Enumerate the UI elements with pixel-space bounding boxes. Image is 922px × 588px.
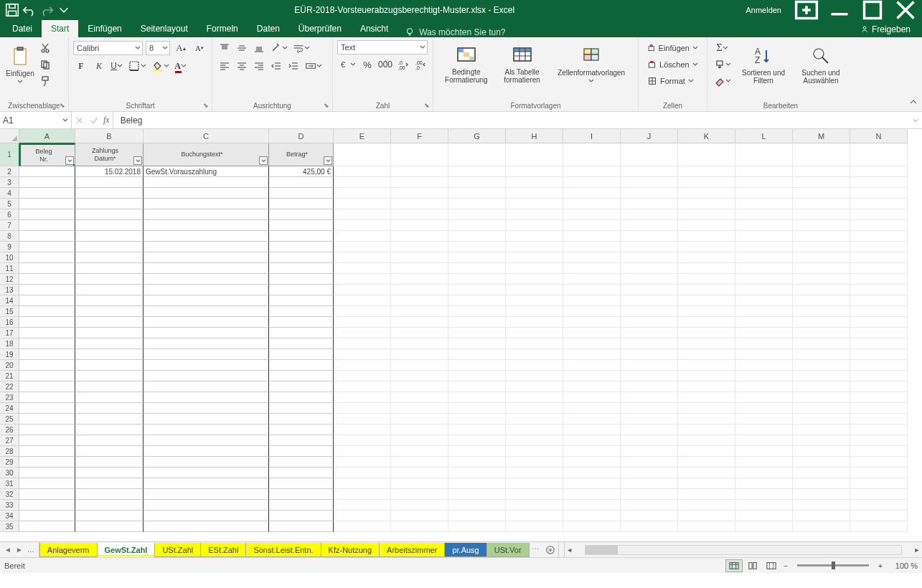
cell[interactable] bbox=[334, 274, 391, 285]
close-icon[interactable] bbox=[889, 0, 922, 20]
cell[interactable] bbox=[269, 435, 334, 446]
cell[interactable] bbox=[563, 511, 621, 521]
cell[interactable] bbox=[448, 521, 506, 532]
cell[interactable] bbox=[448, 446, 506, 457]
cell[interactable] bbox=[144, 457, 269, 468]
sheet-nav-more-icon[interactable]: … bbox=[26, 546, 36, 554]
cell[interactable] bbox=[391, 500, 448, 511]
cell[interactable] bbox=[850, 478, 908, 489]
align-right-button[interactable] bbox=[251, 58, 267, 74]
cell[interactable] bbox=[793, 295, 850, 306]
format-as-table-button[interactable]: Als Tabelle formatieren bbox=[497, 40, 548, 87]
cell[interactable] bbox=[506, 209, 563, 220]
cell[interactable] bbox=[269, 414, 334, 425]
cell[interactable] bbox=[448, 349, 506, 360]
ribbon-display-icon[interactable] bbox=[790, 0, 823, 20]
enter-icon[interactable] bbox=[89, 115, 99, 125]
row-header[interactable]: 11 bbox=[0, 263, 19, 274]
cell[interactable] bbox=[144, 349, 269, 360]
cell[interactable] bbox=[334, 143, 391, 166]
column-header[interactable]: B bbox=[75, 129, 144, 143]
cell[interactable] bbox=[793, 274, 850, 285]
cell[interactable] bbox=[621, 349, 678, 360]
number-format-combo[interactable]: Text bbox=[337, 40, 428, 54]
cell[interactable] bbox=[75, 446, 144, 457]
cell[interactable] bbox=[506, 457, 563, 468]
cell[interactable] bbox=[621, 285, 678, 295]
row-header[interactable]: 16 bbox=[0, 317, 19, 328]
cell[interactable] bbox=[391, 414, 448, 425]
cell[interactable] bbox=[391, 489, 448, 500]
cell[interactable] bbox=[563, 306, 621, 317]
cell[interactable] bbox=[793, 371, 850, 381]
cell[interactable] bbox=[448, 414, 506, 425]
italic-button[interactable]: K bbox=[91, 58, 107, 74]
cell[interactable] bbox=[334, 435, 391, 446]
cell[interactable] bbox=[621, 457, 678, 468]
cell[interactable] bbox=[850, 177, 908, 188]
cell[interactable] bbox=[850, 252, 908, 263]
cell[interactable] bbox=[269, 338, 334, 349]
tab-seitenlayout[interactable]: Seitenlayout bbox=[131, 20, 197, 37]
column-header[interactable]: I bbox=[563, 129, 621, 143]
maximize-icon[interactable] bbox=[856, 0, 889, 20]
cell[interactable] bbox=[678, 220, 735, 231]
cell[interactable] bbox=[334, 285, 391, 295]
cell[interactable] bbox=[19, 478, 75, 489]
cell[interactable] bbox=[75, 468, 144, 478]
cell[interactable] bbox=[678, 143, 735, 166]
cell[interactable] bbox=[334, 349, 391, 360]
cell[interactable] bbox=[735, 478, 793, 489]
cell[interactable] bbox=[144, 252, 269, 263]
new-sheet-button[interactable] bbox=[542, 542, 558, 557]
cell[interactable] bbox=[850, 468, 908, 478]
filter-icon[interactable] bbox=[133, 156, 142, 165]
cell[interactable] bbox=[19, 209, 75, 220]
cell[interactable] bbox=[850, 295, 908, 306]
cell[interactable] bbox=[506, 349, 563, 360]
row-header[interactable]: 12 bbox=[0, 274, 19, 285]
cell[interactable] bbox=[506, 220, 563, 231]
cell[interactable] bbox=[621, 446, 678, 457]
cell[interactable] bbox=[678, 381, 735, 392]
normal-view-button[interactable] bbox=[725, 559, 743, 572]
row-header[interactable]: 29 bbox=[0, 457, 19, 468]
cell[interactable] bbox=[735, 285, 793, 295]
cell[interactable] bbox=[735, 274, 793, 285]
cell[interactable] bbox=[621, 371, 678, 381]
cell[interactable] bbox=[448, 306, 506, 317]
cell[interactable] bbox=[448, 274, 506, 285]
cell[interactable] bbox=[269, 285, 334, 295]
cell[interactable] bbox=[850, 392, 908, 403]
row-header[interactable]: 27 bbox=[0, 435, 19, 446]
cell[interactable] bbox=[678, 414, 735, 425]
cell[interactable] bbox=[563, 295, 621, 306]
cell[interactable] bbox=[678, 338, 735, 349]
cell[interactable] bbox=[506, 317, 563, 328]
cell[interactable] bbox=[563, 446, 621, 457]
increase-font-button[interactable]: A▴ bbox=[173, 40, 189, 56]
scroll-thumb[interactable] bbox=[585, 546, 618, 554]
save-icon[interactable] bbox=[4, 2, 20, 18]
cell[interactable] bbox=[334, 371, 391, 381]
cell[interactable] bbox=[448, 360, 506, 371]
cell[interactable] bbox=[448, 188, 506, 199]
cell[interactable] bbox=[621, 521, 678, 532]
cell[interactable] bbox=[735, 360, 793, 371]
formula-input[interactable]: Beleg bbox=[113, 112, 909, 128]
cell[interactable] bbox=[448, 231, 506, 242]
cell[interactable] bbox=[621, 166, 678, 177]
increase-decimal-button[interactable]: ,0,00 bbox=[395, 57, 411, 72]
name-box[interactable]: A1 bbox=[0, 112, 72, 128]
cell[interactable] bbox=[563, 478, 621, 489]
cell[interactable] bbox=[334, 263, 391, 274]
cell[interactable] bbox=[506, 199, 563, 209]
cell[interactable] bbox=[793, 338, 850, 349]
cell[interactable] bbox=[19, 242, 75, 252]
paste-button[interactable]: Einfügen bbox=[4, 41, 36, 88]
cell[interactable] bbox=[334, 511, 391, 521]
zoom-out-button[interactable]: − bbox=[781, 561, 790, 570]
cell[interactable] bbox=[850, 446, 908, 457]
cell[interactable] bbox=[448, 328, 506, 338]
cell[interactable] bbox=[19, 274, 75, 285]
